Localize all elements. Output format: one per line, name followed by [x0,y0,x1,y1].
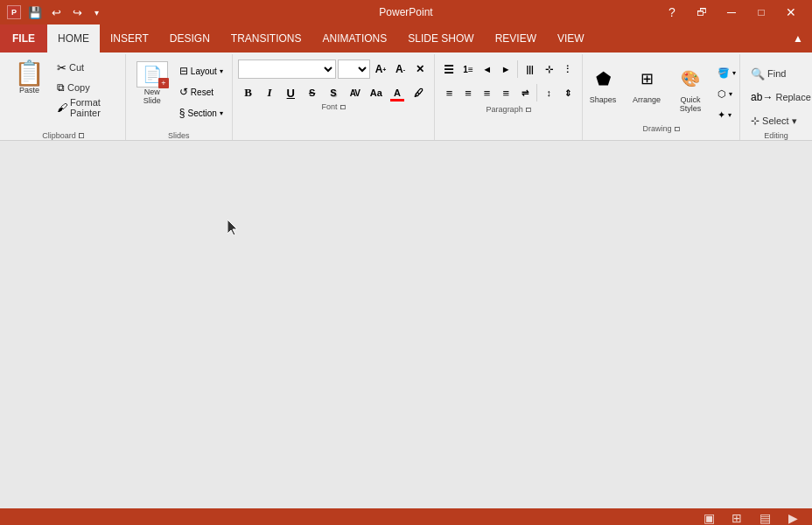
align-right-button[interactable]: ≡ [478,83,496,102]
bold-button[interactable]: B [238,83,258,102]
select-button[interactable]: ⊹ Select ▾ [746,110,807,131]
clipboard-small-buttons: ✂ Cut ⧉ Copy 🖌 Format Painter [53,58,120,117]
arrange-label: Arrange [633,95,661,104]
paragraph-spacing-button[interactable]: ⇕ [559,83,578,102]
editing-label-row[interactable]: Editing [746,131,807,140]
change-case-button[interactable]: Aa [366,83,386,102]
redo-button[interactable]: ↪ [68,4,86,21]
cursor-indicator [228,220,240,237]
clear-formatting-button[interactable]: ✕ [411,60,429,79]
shape-effects-button[interactable]: ✦ ▾ [714,105,739,124]
find-icon: 🔍 [751,67,765,80]
text-shadow-button[interactable]: S [323,83,343,102]
paragraph-expand-icon[interactable]: ⧠ [525,107,531,113]
maximize-button[interactable]: □ [747,0,775,24]
align-left-button[interactable]: ≡ [440,83,458,102]
shape-effects-icon: ✦ [718,109,725,121]
minimize-button[interactable]: ─ [718,0,746,24]
shape-fill-button[interactable]: 🪣 ▾ [714,63,739,82]
tab-review[interactable]: REVIEW [485,24,547,52]
customize-quick-access-button[interactable]: ▾ [89,4,103,21]
para-row-1: ☰ 1≡ ◄ ► ||| ⊹ ⋮ [440,60,577,79]
paragraph-label-row[interactable]: Paragraph ⧠ [440,105,577,114]
status-bar: ▣ ⊞ ▤ ▶ [0,508,812,525]
section-button[interactable]: § Section ▾ [176,103,227,122]
decrease-list-button[interactable]: ◄ [478,60,496,79]
paste-button[interactable]: 📋 Paste [7,58,52,98]
text-highlight-button[interactable]: 🖊 [409,83,429,102]
replace-label: Replace [775,92,810,102]
reset-button[interactable]: ↺ Reset [176,82,227,102]
cut-button[interactable]: ✂ Cut [53,58,120,77]
arrange-button[interactable]: ⊞ Arrange [626,60,667,124]
quick-access-toolbar: 💾 ↩ ↪ ▾ [26,4,103,21]
drawing-expand-icon[interactable]: ⧠ [674,126,680,132]
font-row-2: B I U S S AV Aa A 🖊 [238,83,429,102]
clipboard-expand-icon[interactable]: ⧠ [78,132,85,140]
format-painter-button[interactable]: 🖌 Format Painter [53,98,120,117]
justify-button[interactable]: ≡ [497,83,515,102]
font-family-select[interactable] [238,60,336,79]
collapse-ribbon-button[interactable]: ▲ [789,30,807,47]
slide-show-button[interactable]: ▶ [780,509,805,525]
tab-insert[interactable]: INSERT [100,24,159,52]
paste-icon: 📋 [14,61,45,86]
find-button[interactable]: 🔍 Find [746,63,807,84]
tab-animations[interactable]: ANIMATIONS [312,24,397,52]
reading-view-button[interactable]: ▤ [752,509,777,525]
shape-effects-arrow: ▾ [728,111,732,119]
undo-button[interactable]: ↩ [47,4,65,21]
line-spacing-button[interactable]: ↕ [540,83,558,102]
slides-label: Slides [168,131,190,140]
close-button[interactable]: ✕ [777,0,805,24]
font-expand-icon[interactable]: ⧠ [340,104,346,110]
font-size-select[interactable] [338,60,370,79]
title-bar: P 💾 ↩ ↪ ▾ PowerPoint ? 🗗 ─ □ ✕ [0,0,812,24]
format-painter-icon: 🖌 [57,102,67,114]
underline-button[interactable]: U [281,83,301,102]
convert-smartart-button[interactable]: ⋮ [559,60,578,79]
shapes-button[interactable]: ⬟ Shapes [583,60,623,124]
layout-arrow: ▾ [220,67,223,75]
tab-slideshow[interactable]: SLIDE SHOW [397,24,484,52]
restore-button[interactable]: 🗗 [688,0,716,24]
reset-label: Reset [191,88,214,97]
slides-label-row[interactable]: Slides [131,131,227,140]
normal-view-button[interactable]: ▣ [696,509,721,525]
copy-button[interactable]: ⧉ Copy [53,78,120,97]
drawing-label-row[interactable]: Drawing ⧠ [588,124,734,133]
replace-button[interactable]: ab→ Replace [746,87,807,108]
slide-sorter-button[interactable]: ⊞ [724,509,749,525]
new-slide-button[interactable]: 📄 + New Slide [131,58,173,108]
tab-view[interactable]: VIEW [547,24,595,52]
tab-transitions[interactable]: TRANSITIONS [220,24,312,52]
quick-styles-button[interactable]: 🎨 QuickStyles [670,60,710,124]
columns-button[interactable]: ||| [521,60,539,79]
increase-list-button[interactable]: ► [497,60,515,79]
text-direction-button[interactable]: ⇌ [515,83,534,102]
help-button[interactable]: ? [658,0,686,24]
font-shrink-button[interactable]: A- [391,60,409,79]
shape-outline-button[interactable]: ⬡ ▾ [714,84,739,103]
layout-button[interactable]: ⊟ Layout ▾ [176,61,227,80]
font-label-row[interactable]: Font ⧠ [238,102,429,111]
layout-icon: ⊟ [179,65,188,77]
shape-outline-icon: ⬡ [718,88,726,100]
tab-file[interactable]: FILE [0,24,47,52]
cut-label: Cut [69,62,84,73]
italic-button[interactable]: I [259,83,279,102]
char-spacing-button[interactable]: AV [345,83,365,102]
font-grow-button[interactable]: A+ [372,60,389,79]
numbered-list-button[interactable]: 1≡ [459,60,478,79]
new-slide-icon: 📄 + [136,61,168,88]
tab-design[interactable]: DESIGN [159,24,220,52]
tab-home[interactable]: HOME [47,24,100,52]
save-button[interactable]: 💾 [26,4,44,21]
align-center-button[interactable]: ≡ [459,83,478,102]
smart-art-button[interactable]: ⊹ [540,60,558,79]
arrange-icon: ⊞ [631,62,662,95]
strikethrough-button[interactable]: S [302,83,322,102]
clipboard-group-label-row[interactable]: Clipboard ⧠ [7,131,120,140]
font-color-button[interactable]: A [387,83,407,102]
bullets-button[interactable]: ☰ [440,60,458,79]
